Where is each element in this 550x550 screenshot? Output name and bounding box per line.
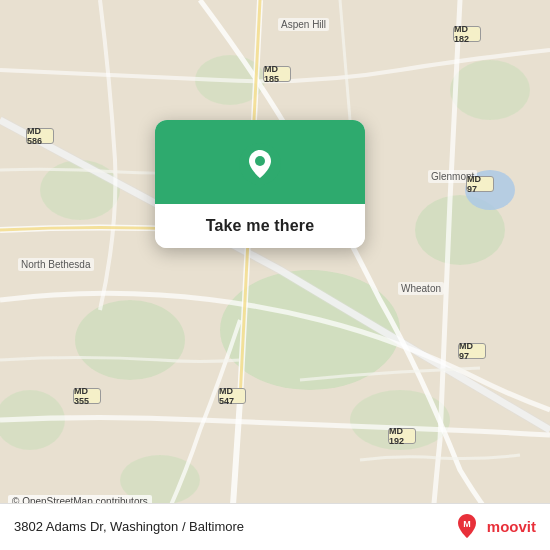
- svg-point-13: [255, 156, 265, 166]
- moovit-icon: M: [453, 512, 481, 540]
- moovit-logo: M moovit: [453, 512, 536, 540]
- address-text: 3802 Adams Dr, Washington / Baltimore: [14, 519, 244, 534]
- location-pin-icon: [238, 142, 282, 186]
- badge-md185: MD 185: [263, 66, 291, 82]
- label-wheaton: Wheaton: [398, 282, 444, 295]
- popup-card: Take me there: [155, 120, 365, 248]
- popup-top: [155, 120, 365, 204]
- take-me-there-button[interactable]: Take me there: [155, 204, 365, 248]
- badge-md192: MD 192: [388, 428, 416, 444]
- moovit-label: moovit: [487, 518, 536, 535]
- badge-md586: MD 586: [26, 128, 54, 144]
- label-aspen-hill: Aspen Hill: [278, 18, 329, 31]
- badge-md97-top: MD 97: [466, 176, 494, 192]
- badge-md355: MD 355: [73, 388, 101, 404]
- map-container: Aspen Hill Glenmont North Bethesda Wheat…: [0, 0, 550, 550]
- bottom-bar: 3802 Adams Dr, Washington / Baltimore M …: [0, 503, 550, 550]
- badge-md97-bot: MD 97: [458, 343, 486, 359]
- badge-md547: MD 547: [218, 388, 246, 404]
- svg-point-7: [450, 60, 530, 120]
- badge-md182: MD 182: [453, 26, 481, 42]
- svg-text:M: M: [463, 519, 471, 529]
- label-north-bethesda: North Bethesda: [18, 258, 94, 271]
- svg-point-2: [75, 300, 185, 380]
